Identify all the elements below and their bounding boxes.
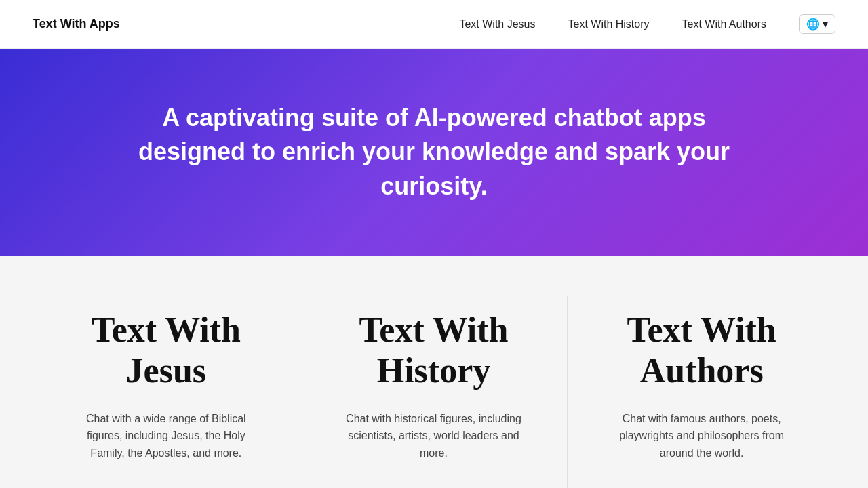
card-history-desc: Chat with historical figures, including …	[338, 410, 528, 462]
chevron-down-icon: ▾	[823, 18, 828, 30]
cards-section: Text With Jesus Chat with a wide range o…	[0, 256, 868, 488]
hero-section: A captivating suite of AI-powered chatbo…	[0, 49, 868, 256]
nav-links: Text With Jesus Text With History Text W…	[459, 14, 835, 34]
card-authors-title: Text With Authors	[595, 310, 808, 391]
navbar: Text With Apps Text With Jesus Text With…	[0, 0, 868, 49]
nav-logo[interactable]: Text With Apps	[33, 17, 120, 31]
card-jesus-desc: Chat with a wide range of Biblical figur…	[71, 410, 261, 462]
language-selector[interactable]: 🌐 ▾	[799, 14, 835, 34]
card-jesus-title: Text With Jesus	[60, 310, 273, 391]
nav-link-jesus[interactable]: Text With Jesus	[459, 18, 535, 30]
card-jesus: Text With Jesus Chat with a wide range o…	[33, 296, 300, 488]
cards-grid: Text With Jesus Chat with a wide range o…	[33, 296, 835, 488]
nav-link-authors[interactable]: Text With Authors	[682, 18, 767, 30]
card-history: Text With History Chat with historical f…	[300, 296, 568, 488]
card-history-title: Text With History	[328, 310, 540, 391]
card-authors: Text With Authors Chat with famous autho…	[568, 296, 835, 488]
nav-link-history[interactable]: Text With History	[568, 18, 649, 30]
card-authors-desc: Chat with famous authors, poets, playwri…	[607, 410, 797, 462]
hero-heading: A captivating suite of AI-powered chatbo…	[129, 101, 739, 203]
globe-icon: 🌐	[806, 18, 820, 30]
